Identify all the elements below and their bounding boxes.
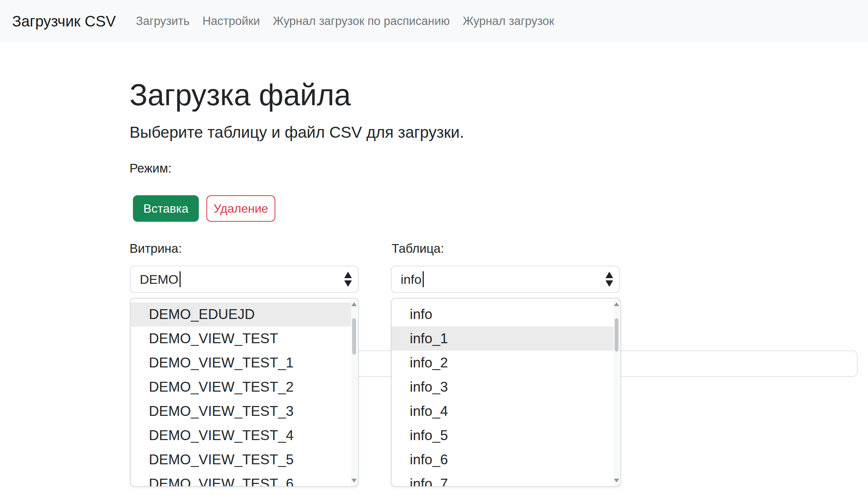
table-select[interactable]: info [391, 266, 620, 293]
select-up-arrow-icon [606, 272, 613, 278]
dropdown-option[interactable]: DEMO_VIEW_TEST_6 [131, 472, 351, 487]
scrollbar-up-arrow-icon[interactable] [614, 302, 619, 306]
table-dropdown-list: infoinfo_1info_2info_3info_4info_5info_6… [391, 298, 621, 487]
dropdown-option[interactable]: info_5 [392, 423, 614, 448]
dropdown-option[interactable]: info_4 [392, 399, 614, 423]
navbar-links: ЗагрузитьНастройкиЖурнал загрузок по рас… [130, 14, 560, 28]
dropdown-option[interactable]: info_7 [392, 472, 614, 487]
insert-mode-button[interactable]: Вставка [133, 195, 199, 222]
dropdown-option[interactable]: DEMO_VIEW_TEST [131, 327, 351, 351]
page-subtitle: Выберите таблицу и файл CSV для загрузки… [130, 123, 464, 142]
dropdown-option[interactable]: info_3 [392, 375, 614, 399]
dropdown-option[interactable]: DEMO_VIEW_TEST_2 [131, 375, 351, 399]
showcase-label: Витрина: [130, 241, 182, 256]
showcase-options: DEMO_EDUEJDDEMO_VIEW_TESTDEMO_VIEW_TEST_… [131, 302, 358, 487]
table-select-value: info [401, 272, 422, 287]
app-window: Загрузчик CSV ЗагрузитьНастройкиЖурнал з… [0, 0, 868, 501]
navbar: Загрузчик CSV ЗагрузитьНастройкиЖурнал з… [0, 0, 868, 42]
delete-mode-button[interactable]: Удаление [206, 195, 275, 222]
text-caret [180, 271, 181, 287]
showcase-dropdown-list: DEMO_EDUEJDDEMO_VIEW_TESTDEMO_VIEW_TEST_… [130, 298, 359, 487]
mode-label: Режим: [130, 161, 172, 176]
nav-item[interactable]: Настройки [196, 14, 266, 28]
nav-item[interactable]: Журнал загрузок [456, 14, 561, 28]
select-spinner-icon [606, 272, 613, 287]
navbar-brand[interactable]: Загрузчик CSV [12, 13, 116, 30]
scrollbar-down-arrow-icon[interactable] [614, 479, 619, 482]
dropdown-option[interactable]: DEMO_VIEW_TEST_3 [131, 399, 351, 423]
select-up-arrow-icon [344, 272, 352, 278]
nav-item[interactable]: Журнал загрузок по расписанию [266, 14, 456, 28]
dropdown-option[interactable]: DEMO_VIEW_TEST_1 [131, 351, 351, 375]
table-label: Таблица: [392, 241, 444, 256]
nav-item[interactable]: Загрузить [130, 14, 196, 28]
dropdown-option[interactable]: info_1 [392, 327, 614, 351]
scrollbar-track[interactable] [614, 299, 620, 485]
select-down-arrow-icon [606, 280, 613, 287]
table-options: infoinfo_1info_2info_3info_4info_5info_6… [392, 302, 620, 487]
dropdown-option[interactable]: DEMO_VIEW_TEST_4 [131, 423, 351, 448]
dropdown-option[interactable]: info_2 [392, 351, 614, 375]
dropdown-option[interactable]: info [392, 302, 614, 327]
scrollbar-thumb[interactable] [352, 318, 356, 355]
scrollbar-track[interactable] [351, 299, 357, 485]
dropdown-option[interactable]: info_6 [392, 448, 614, 472]
scrollbar-up-arrow-icon[interactable] [351, 302, 357, 306]
scrollbar-thumb[interactable] [615, 318, 618, 352]
showcase-select-value: DEMO [140, 272, 178, 287]
select-down-arrow-icon [344, 280, 352, 287]
showcase-select[interactable]: DEMO [130, 266, 359, 293]
scrollbar-down-arrow-icon[interactable] [351, 479, 357, 482]
page-title: Загрузка файла [130, 77, 351, 113]
dropdown-option[interactable]: DEMO_VIEW_TEST_5 [131, 448, 351, 472]
text-caret [423, 271, 424, 287]
dropdown-option[interactable]: DEMO_EDUEJD [131, 302, 351, 327]
select-spinner-icon [344, 272, 352, 287]
